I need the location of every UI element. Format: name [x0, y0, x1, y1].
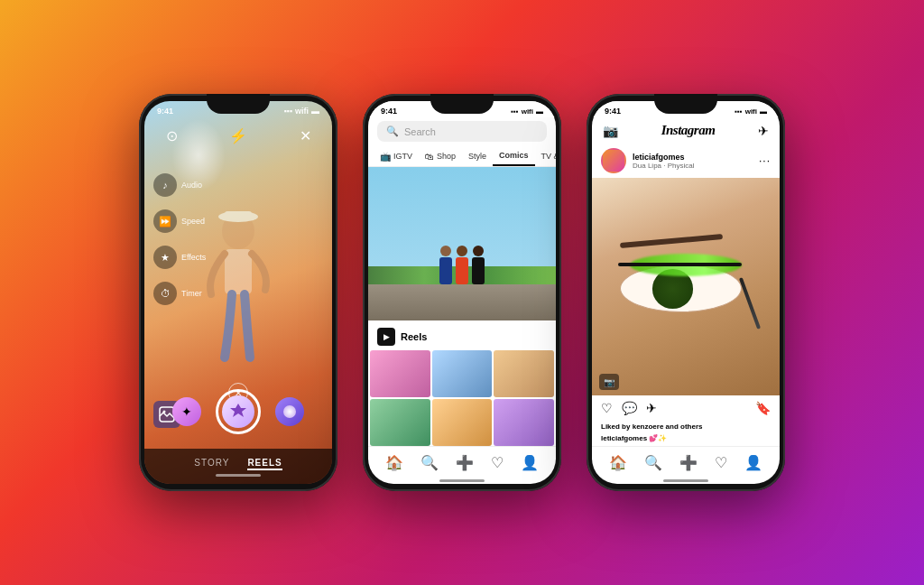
dancer-head-3	[473, 246, 484, 256]
instagram-screen: 9:41 ▪▪▪ wifi ▬ 📷 Instagram ✈ leticiafgo	[592, 101, 780, 484]
nav-home-3[interactable]: 🏠	[609, 454, 627, 471]
reels-label: Reels	[401, 331, 427, 342]
user-subtitle: Dua Lipa · Physical	[633, 162, 694, 170]
user-info: leticiafgomes Dua Lipa · Physical	[633, 153, 694, 170]
nav-search-2[interactable]: 🔍	[420, 454, 439, 471]
flash-icon[interactable]: ⚡	[226, 123, 251, 148]
status-icons-3: ▪▪▪ wifi ▬	[735, 107, 767, 116]
reels-grid	[368, 350, 556, 446]
comment-icon[interactable]: 💬	[622, 401, 637, 415]
nav-profile-2[interactable]: 👤	[521, 454, 539, 471]
ig-header: 📷 Instagram ✈	[592, 117, 780, 144]
speed-control[interactable]: ⏩ Speed	[153, 209, 206, 233]
record-row: ✦	[144, 389, 332, 434]
igtv-icon: 📺	[380, 152, 391, 162]
story-tab[interactable]: STORY	[194, 458, 229, 470]
audio-control[interactable]: ♪ Audio	[153, 173, 206, 197]
status-time-1: 9:41	[157, 107, 173, 116]
person-figure	[198, 204, 279, 385]
tab-tv-label: TV & Mo...	[541, 152, 556, 161]
notch-2	[430, 94, 494, 114]
notch-3	[654, 94, 717, 114]
post-more-button[interactable]: ···	[759, 154, 771, 167]
post-actions: ♡ 💬 ✈ 🔖	[592, 395, 780, 421]
dancer-head-1	[440, 246, 451, 256]
screen-3: 9:41 ▪▪▪ wifi ▬ 📷 Instagram ✈ leticiafgo	[592, 101, 780, 484]
battery-2: ▬	[536, 107, 543, 116]
dancer-body-3	[472, 257, 485, 284]
mode-icon[interactable]: ⊙	[159, 123, 184, 148]
reels-header: ▶ Reels	[368, 320, 556, 350]
reel-thumb-6[interactable]	[494, 399, 554, 446]
tab-shop[interactable]: 🛍 Shop	[419, 147, 462, 166]
post-user-row: leticiafgomes Dua Lipa · Physical ···	[592, 144, 780, 178]
close-icon[interactable]: ✕	[292, 123, 318, 148]
reel-thumb-5[interactable]	[432, 399, 493, 446]
reel-thumb-4[interactable]	[370, 399, 430, 446]
explore-screen: 9:41 ▪▪▪ wifi ▬ 🔍 Search 📺 IGTV �	[368, 101, 556, 484]
nav-add-3[interactable]: ➕	[679, 454, 698, 471]
nav-profile-3[interactable]: 👤	[744, 454, 762, 471]
timer-control[interactable]: ⏱ Timer	[153, 282, 206, 305]
post-main-caption: leticiafgomes 💕✨	[592, 434, 780, 446]
nav-home-2[interactable]: 🏠	[385, 454, 403, 471]
main-photo	[368, 167, 556, 320]
tab-tv[interactable]: TV & Mo...	[535, 147, 556, 166]
caption-username: leticiafgomes	[601, 434, 647, 442]
user-avatar[interactable]	[601, 148, 626, 173]
phone-1: 9:41 ▪▪▪ wifi ▬ ⊙ ⚡ ✕ ♪ Audio	[139, 94, 337, 491]
wifi-icon: wifi	[295, 107, 309, 116]
nav-heart-2[interactable]: ♡	[491, 454, 504, 471]
reel-thumb-3[interactable]	[494, 350, 554, 397]
like-icon[interactable]: ♡	[601, 401, 613, 415]
dancer-body-1	[439, 257, 452, 284]
reel-thumb-1[interactable]	[370, 350, 430, 397]
dancer-2	[456, 246, 468, 284]
dancer-1	[439, 246, 452, 284]
filter-2[interactable]	[275, 397, 304, 426]
ig-logo: Instagram	[661, 123, 716, 138]
signal-3: ▪▪▪	[735, 107, 743, 116]
reel-thumb-2[interactable]	[432, 350, 493, 397]
caption-emojis: 💕✨	[649, 434, 667, 442]
nav-add-2[interactable]: ➕	[456, 454, 474, 471]
camera-screen: 9:41 ▪▪▪ wifi ▬ ⊙ ⚡ ✕ ♪ Audio	[144, 101, 332, 484]
tab-comics-label: Comics	[499, 151, 529, 160]
svg-rect-3	[225, 249, 252, 294]
reels-tab[interactable]: REELS	[247, 458, 282, 470]
tab-style[interactable]: Style	[462, 147, 493, 166]
filter-1[interactable]: ✦	[172, 397, 201, 426]
effects-control[interactable]: ★ Effects	[153, 246, 206, 269]
eyelashes	[618, 263, 742, 266]
search-placeholder-text: Search	[404, 126, 436, 137]
tab-igtv-label: IGTV	[393, 152, 412, 161]
user-info-left: leticiafgomes Dua Lipa · Physical	[601, 148, 694, 173]
ig-camera-icon[interactable]: 📷	[603, 124, 618, 138]
home-indicator-3	[663, 479, 708, 482]
category-tabs: 📺 IGTV 🛍 Shop Style Comics TV & Mo...	[368, 147, 556, 167]
svg-rect-2	[225, 211, 252, 220]
share-icon[interactable]: ✈	[646, 401, 657, 415]
record-button[interactable]	[216, 389, 261, 434]
screen-2: 9:41 ▪▪▪ wifi ▬ 🔍 Search 📺 IGTV �	[368, 101, 556, 484]
home-indicator-2	[439, 479, 485, 482]
tab-comics[interactable]: Comics	[493, 147, 535, 166]
search-bar[interactable]: 🔍 Search	[377, 121, 547, 142]
nav-search-3[interactable]: 🔍	[644, 454, 662, 471]
bottom-nav-2: 🏠 🔍 ➕ ♡ 👤	[368, 446, 556, 477]
bottom-bar: STORY REELS	[144, 449, 332, 484]
phone-2: 9:41 ▪▪▪ wifi ▬ 🔍 Search 📺 IGTV �	[363, 94, 561, 491]
wifi-2: wifi	[522, 107, 533, 116]
nav-heart-3[interactable]: ♡	[715, 454, 727, 471]
status-time-3: 9:41	[605, 107, 621, 116]
camera-overlay-icon[interactable]: 📷	[599, 374, 619, 390]
ground	[368, 284, 556, 320]
reels-icon: ▶	[377, 328, 395, 346]
status-time-2: 9:41	[381, 107, 397, 116]
tab-shop-label: Shop	[437, 152, 456, 161]
username: leticiafgomes	[633, 153, 694, 162]
save-icon[interactable]: 🔖	[755, 401, 771, 415]
ig-send-icon[interactable]: ✈	[758, 124, 769, 138]
tab-igtv[interactable]: 📺 IGTV	[374, 147, 419, 166]
wifi-3: wifi	[745, 107, 757, 116]
